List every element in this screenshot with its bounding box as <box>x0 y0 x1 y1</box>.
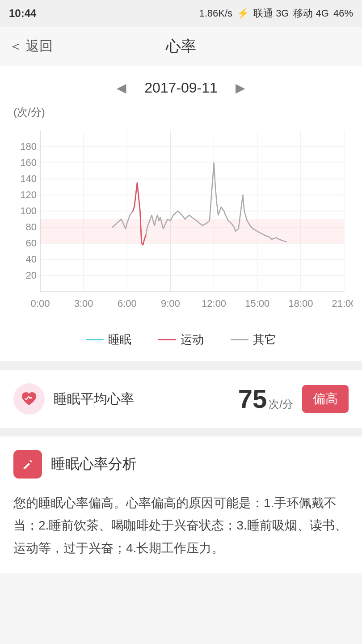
legend-other: 其它 <box>231 332 276 347</box>
nav-bar: ＜ 返回 心率 <box>0 27 362 66</box>
heart-svg <box>21 391 38 407</box>
sleep-hr-title: 睡眠平均心率 <box>54 390 134 408</box>
heart-rate-chart <box>9 122 353 314</box>
sleep-hr-card: 睡眠平均心率 75 次/分 偏高 <box>0 370 362 428</box>
status-carrier2: 移动 4G <box>293 7 328 20</box>
other-label: 其它 <box>253 332 276 347</box>
sleep-label: 睡眠 <box>108 332 131 347</box>
heart-rate-icon <box>13 383 45 415</box>
page-title: 心率 <box>166 36 196 57</box>
status-network: 1.86K/s <box>199 8 232 19</box>
status-carrier1: 联通 3G <box>253 7 289 20</box>
sleep-line-icon <box>86 339 104 340</box>
heart-rate-chart-container <box>9 122 353 314</box>
analysis-text: 您的睡眠心率偏高。心率偏高的原因可能是：1.手环佩戴不当；2.睡前饮茶、喝咖啡处… <box>13 492 349 559</box>
sleep-hr-right: 75 次/分 偏高 <box>238 385 349 413</box>
other-line-icon <box>231 339 248 340</box>
date-navigation: ◀ 2017-09-11 ▶ <box>0 66 362 101</box>
chart-unit-label: (次/分) <box>9 105 353 119</box>
prev-date-button[interactable]: ◀ <box>117 80 126 95</box>
back-arrow-icon: ＜ <box>9 37 22 55</box>
status-battery: 46% <box>333 8 353 19</box>
analysis-section: 睡眠心率分析 您的睡眠心率偏高。心率偏高的原因可能是：1.手环佩戴不当；2.睡前… <box>0 436 362 573</box>
hr-value: 75 <box>238 386 267 412</box>
analysis-icon <box>13 450 42 479</box>
svg-rect-0 <box>24 463 30 469</box>
analysis-title: 睡眠心率分析 <box>51 454 137 474</box>
back-button[interactable]: ＜ 返回 <box>9 37 53 55</box>
status-bar: 10:44 1.86K/s ⚡ 联通 3G 移动 4G 46% <box>0 0 362 27</box>
exercise-label: 运动 <box>181 332 204 347</box>
legend-exercise: 运动 <box>158 332 204 347</box>
chart-section: (次/分) <box>0 101 362 323</box>
analysis-header: 睡眠心率分析 <box>13 450 349 479</box>
chart-legend: 睡眠 运动 其它 <box>0 323 362 361</box>
hr-unit: 次/分 <box>269 397 293 411</box>
section-divider <box>0 361 362 370</box>
exercise-line-icon <box>158 339 176 340</box>
svg-marker-1 <box>29 460 32 462</box>
pencil-icon <box>21 457 35 471</box>
section-divider-2 <box>0 428 362 436</box>
status-time: 10:44 <box>9 7 36 20</box>
hr-status-badge: 偏高 <box>302 385 349 413</box>
bluetooth-icon: ⚡ <box>237 8 249 19</box>
sleep-hr-left: 睡眠平均心率 <box>13 383 134 415</box>
legend-sleep: 睡眠 <box>86 332 131 347</box>
next-date-button[interactable]: ▶ <box>236 80 245 95</box>
current-date: 2017-09-11 <box>144 80 218 96</box>
back-label: 返回 <box>26 37 53 55</box>
status-right: 1.86K/s ⚡ 联通 3G 移动 4G 46% <box>199 7 353 20</box>
